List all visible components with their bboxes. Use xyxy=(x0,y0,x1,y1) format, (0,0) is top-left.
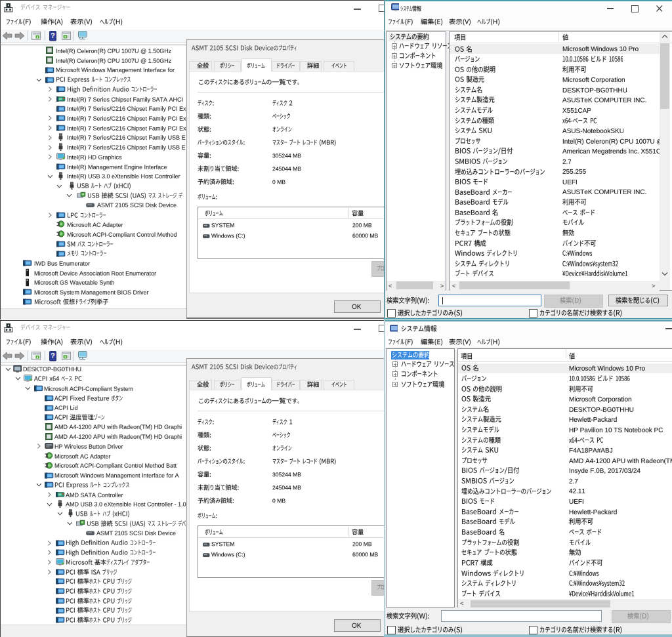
svg-text:?: ? xyxy=(51,352,54,360)
svg-text:?: ? xyxy=(51,31,54,39)
